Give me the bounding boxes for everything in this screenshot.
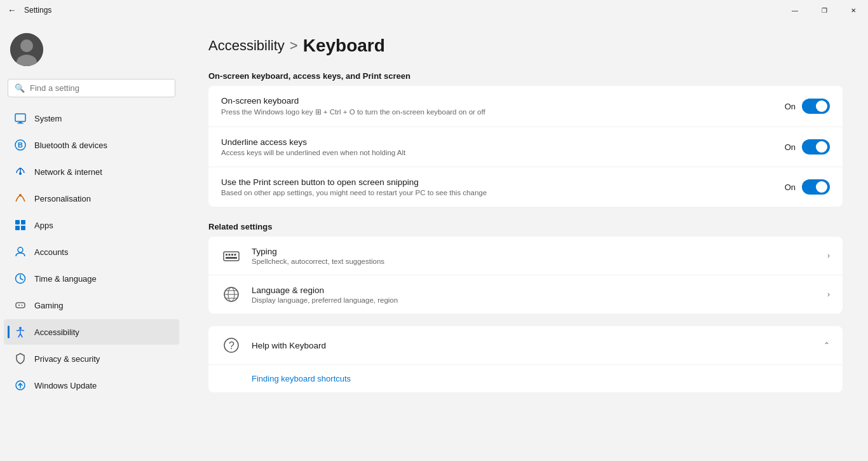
privacy-icon <box>14 352 27 365</box>
svg-rect-11 <box>21 220 25 224</box>
svg-point-1 <box>20 39 33 52</box>
svg-rect-28 <box>226 257 237 259</box>
sidebar-label-time: Time & language <box>34 274 97 284</box>
sidebar: 🔍 System B Bluetooth & devices Network &… <box>0 20 183 461</box>
svg-text:?: ? <box>229 340 234 351</box>
svg-rect-4 <box>18 122 22 123</box>
typing-desc: Spellcheck, autocorrect, text suggestion… <box>252 258 817 265</box>
sidebar-item-bluetooth[interactable]: B Bluetooth & devices <box>4 132 179 158</box>
close-button[interactable]: ✕ <box>839 0 868 20</box>
svg-rect-10 <box>15 220 20 224</box>
sidebar-label-apps: Apps <box>34 221 53 230</box>
print-screen-title: Use the Print screen button to open scre… <box>221 177 785 187</box>
help-chevron-up: ⌃ <box>824 341 830 350</box>
on-screen-keyboard-toggle[interactable] <box>802 99 830 114</box>
help-title: Help with Keyboard <box>252 341 813 350</box>
sidebar-label-privacy: Privacy & security <box>34 354 100 364</box>
personalisation-icon <box>14 192 27 205</box>
language-region-row[interactable]: Language & region Display language, pref… <box>208 275 843 313</box>
svg-rect-13 <box>21 226 25 230</box>
breadcrumb-current: Keyboard <box>303 36 385 56</box>
svg-rect-26 <box>231 254 233 256</box>
related-settings-title: Related settings <box>208 222 843 231</box>
apps-icon <box>14 219 27 231</box>
back-icon[interactable]: ← <box>8 5 17 15</box>
sidebar-item-time[interactable]: Time & language <box>4 266 179 291</box>
maximize-button[interactable]: ❐ <box>810 0 839 20</box>
svg-rect-16 <box>16 303 25 308</box>
svg-point-8 <box>19 172 22 175</box>
time-icon <box>14 272 27 285</box>
minimize-button[interactable]: — <box>780 0 810 20</box>
sidebar-item-personalisation[interactable]: Personalisation <box>4 186 179 211</box>
sidebar-label-network: Network & internet <box>34 167 102 177</box>
underline-access-keys-toggle[interactable] <box>802 139 830 155</box>
underline-toggle-label: On <box>785 142 796 152</box>
sidebar-item-gaming[interactable]: Gaming <box>4 292 179 318</box>
print-screen-row: Use the Print screen button to open scre… <box>208 167 843 207</box>
svg-rect-3 <box>15 114 25 121</box>
svg-rect-24 <box>226 254 227 256</box>
typing-chevron: › <box>827 251 830 260</box>
window-controls: — ❐ ✕ <box>780 0 868 20</box>
breadcrumb-separator: > <box>290 38 298 54</box>
sidebar-label-bluetooth: Bluetooth & devices <box>34 141 107 150</box>
language-chevron: › <box>827 290 830 299</box>
on-screen-keyboard-desc: Press the Windows logo key ⊞ + Ctrl + O … <box>221 107 785 116</box>
breadcrumb-parent[interactable]: Accessibility <box>208 38 285 54</box>
on-screen-keyboard-title: On-screen keyboard <box>221 96 785 106</box>
print-screen-desc: Based on other app settings, you might n… <box>221 189 785 196</box>
on-screen-keyboard-toggle-label: On <box>785 102 796 111</box>
sidebar-label-gaming: Gaming <box>34 301 64 310</box>
sidebar-item-network[interactable]: Network & internet <box>4 159 179 184</box>
help-card: ? Help with Keyboard ⌃ Finding keyboard … <box>208 326 843 392</box>
language-icon <box>221 284 241 305</box>
network-icon <box>14 165 27 178</box>
finding-shortcuts-link[interactable]: Finding keyboard shortcuts <box>208 365 843 392</box>
sidebar-label-personalisation: Personalisation <box>34 194 91 203</box>
svg-rect-25 <box>229 254 231 256</box>
sidebar-label-system: System <box>34 114 62 123</box>
typing-title: Typing <box>252 247 817 256</box>
sidebar-item-apps[interactable]: Apps <box>4 212 179 238</box>
accounts-icon <box>14 245 27 258</box>
update-icon <box>14 379 27 392</box>
svg-rect-23 <box>224 252 239 261</box>
avatar[interactable] <box>10 33 43 66</box>
svg-rect-27 <box>234 254 236 256</box>
gaming-icon <box>14 299 27 312</box>
breadcrumb: Accessibility > Keyboard <box>208 36 843 56</box>
sidebar-item-windows-update[interactable]: Windows Update <box>4 373 179 398</box>
language-title: Language & region <box>252 286 817 295</box>
accessibility-icon <box>14 326 27 338</box>
svg-rect-12 <box>15 226 20 230</box>
svg-point-19 <box>22 305 23 306</box>
related-settings-card: Typing Spellcheck, autocorrect, text sug… <box>208 237 843 313</box>
sidebar-item-accessibility[interactable]: Accessibility <box>4 319 179 345</box>
underline-access-keys-desc: Access keys will be underlined even when… <box>221 149 785 156</box>
on-screen-keyboard-row: On-screen keyboard Press the Windows log… <box>208 86 843 127</box>
sidebar-item-accounts[interactable]: Accounts <box>4 239 179 265</box>
print-screen-toggle[interactable] <box>802 179 830 195</box>
language-desc: Display language, preferred language, re… <box>252 296 817 304</box>
sidebar-item-system[interactable]: System <box>4 106 179 131</box>
search-box[interactable]: 🔍 <box>8 79 175 97</box>
profile-section <box>0 25 183 79</box>
main-content: Accessibility > Keyboard On-screen keybo… <box>183 20 868 461</box>
sidebar-item-privacy[interactable]: Privacy & security <box>4 346 179 371</box>
keyboard-settings-card: On-screen keyboard Press the Windows log… <box>208 86 843 207</box>
title-bar-left: ← Settings <box>8 5 51 15</box>
sidebar-label-accessibility: Accessibility <box>34 327 79 337</box>
typing-row[interactable]: Typing Spellcheck, autocorrect, text sug… <box>208 237 843 275</box>
search-input[interactable] <box>30 83 168 93</box>
svg-text:B: B <box>18 141 23 149</box>
svg-point-14 <box>18 247 23 252</box>
svg-rect-5 <box>17 123 24 124</box>
system-icon <box>14 112 27 125</box>
svg-point-9 <box>19 194 22 196</box>
help-header[interactable]: ? Help with Keyboard ⌃ <box>208 326 843 365</box>
related-settings-section: Related settings Typing Spellcheck, auto… <box>208 222 843 313</box>
sidebar-label-accounts: Accounts <box>34 247 68 257</box>
app-title: Settings <box>24 6 51 15</box>
onscreen-section-title: On-screen keyboard, access keys, and Pri… <box>208 71 843 81</box>
